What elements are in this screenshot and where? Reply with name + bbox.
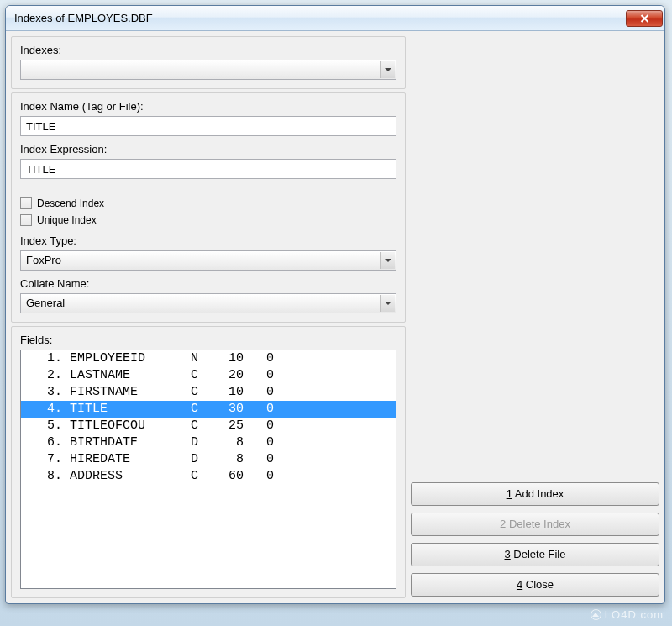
list-item[interactable]: 5. TITLEOFCOU C 25 0 [21, 418, 396, 434]
list-item[interactable]: 3. FIRSTNAME C 10 0 [21, 384, 396, 401]
indexes-group: Indexes: [11, 36, 406, 89]
list-item[interactable]: 7. HIREDATE D 8 0 [21, 451, 396, 468]
index-props-group: Index Name (Tag or File): Index Expressi… [11, 92, 406, 323]
close-button[interactable] [626, 10, 663, 27]
unique-checkbox[interactable] [20, 214, 32, 226]
list-item[interactable]: 6. BIRTHDATE D 8 0 [21, 434, 396, 451]
dialog-window: Indexes of EMPLOYES.DBF Indexes: Index N… [5, 5, 665, 604]
delete-file-button[interactable]: 3 Delete File [411, 543, 659, 566]
unique-checkbox-row[interactable]: Unique Index [20, 214, 396, 226]
delete-index-button: 2 Delete Index [411, 513, 659, 536]
fields-listbox[interactable]: 1. EMPLOYEEID N 10 0 2. LASTNAME C 20 0 … [20, 350, 396, 589]
watermark-text: LO4D.com [605, 608, 664, 621]
fields-group: Fields: 1. EMPLOYEEID N 10 0 2. LASTNAME… [11, 326, 406, 598]
descend-label: Descend Index [37, 197, 104, 209]
left-column: Indexes: Index Name (Tag or File): Index… [11, 36, 406, 598]
index-expr-label: Index Expression: [20, 143, 396, 155]
close-icon [640, 14, 649, 23]
watermark-icon [591, 609, 601, 620]
watermark: LO4D.com [591, 608, 664, 621]
indexes-label: Indexes: [20, 44, 396, 56]
descend-checkbox[interactable] [20, 197, 32, 209]
chevron-down-icon [380, 252, 395, 269]
collate-combo[interactable]: General [20, 293, 396, 313]
index-expr-input[interactable] [20, 159, 396, 179]
add-index-button[interactable]: 1 Add Index [411, 482, 659, 506]
unique-label: Unique Index [37, 214, 97, 226]
titlebar[interactable]: Indexes of EMPLOYES.DBF [6, 6, 664, 31]
index-name-label: Index Name (Tag or File): [20, 100, 396, 113]
list-item[interactable]: 1. EMPLOYEEID N 10 0 [21, 350, 396, 367]
list-item[interactable]: 8. ADDRESS C 60 0 [21, 468, 396, 485]
indexes-combo[interactable] [20, 60, 396, 80]
window-title: Indexes of EMPLOYES.DBF [14, 12, 626, 24]
dialog-content: Indexes: Index Name (Tag or File): Index… [6, 31, 664, 603]
collate-label: Collate Name: [20, 277, 396, 290]
fields-label: Fields: [20, 334, 396, 346]
index-type-label: Index Type: [20, 234, 396, 247]
index-type-combo[interactable]: FoxPro [20, 250, 396, 271]
index-name-input[interactable] [20, 116, 396, 136]
close-dialog-button[interactable]: 4 Close [411, 573, 659, 597]
collate-value: General [26, 297, 65, 309]
chevron-down-icon [380, 61, 395, 78]
list-item[interactable]: 4. TITLE C 30 0 [21, 401, 396, 418]
right-column: 1 Add Index 2 Delete Index 3 Delete File… [411, 36, 659, 598]
chevron-down-icon [380, 295, 395, 312]
list-item[interactable]: 2. LASTNAME C 20 0 [21, 367, 396, 384]
descend-checkbox-row[interactable]: Descend Index [20, 197, 396, 209]
index-type-value: FoxPro [26, 254, 61, 266]
